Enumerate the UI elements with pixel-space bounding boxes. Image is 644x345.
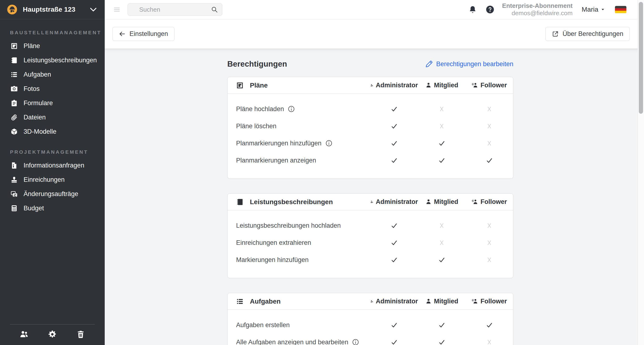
column-administrator: Administrator: [370, 82, 418, 89]
permission-label: Pläne hochladen: [236, 106, 284, 113]
check-icon: [438, 338, 446, 345]
sidebar-section-baustellenmanagement: BAUSTELLENMANAGEMENT: [10, 30, 105, 36]
permission-row-markierungen-hinzufugen: Markierungen hinzufügen: [228, 251, 513, 268]
x-icon: [486, 239, 493, 246]
subscription-info: Enterprise-Abonnement demos@fieldwire.co…: [502, 2, 572, 17]
column-administrator: Administrator: [370, 198, 418, 206]
admin-icon: [370, 298, 374, 304]
about-permissions-button[interactable]: Über Berechtigungen: [546, 27, 630, 41]
back-to-settings-button[interactable]: Einstellungen: [112, 27, 174, 41]
x-icon: [486, 256, 493, 263]
info-icon[interactable]: [325, 140, 332, 147]
permission-label: Markierungen hinzufügen: [236, 256, 309, 264]
sidebar-item-dateien[interactable]: Dateien: [0, 110, 105, 124]
sidebar-item-label: 3D-Modelle: [24, 128, 56, 136]
back-button-label: Einstellungen: [130, 30, 168, 38]
submittals-icon: [10, 176, 18, 184]
search-input[interactable]: [128, 3, 222, 16]
notifications-bell-icon[interactable]: [468, 5, 477, 14]
heading-row: Berechtigungen Berechtigungen bearbeiten: [227, 58, 513, 70]
project-selector[interactable]: Hauptstraße 123: [0, 0, 105, 19]
admin-icon: [370, 82, 374, 88]
member-icon: [425, 199, 432, 205]
sidebar-item-plane[interactable]: Pläne: [0, 39, 105, 53]
budget-icon: [10, 204, 18, 212]
column-follower: Follower: [466, 298, 513, 305]
info-icon[interactable]: [288, 106, 295, 112]
sidebar-item-label: Änderungsaufträge: [24, 190, 78, 198]
trash-icon[interactable]: [76, 330, 85, 339]
search-icon[interactable]: [211, 6, 218, 13]
sidebar-item-label: Fotos: [24, 85, 40, 92]
card-header: AufgabenAdministratorMitgliedFollower: [228, 293, 513, 310]
sidebar-item-informationsanfragen[interactable]: Informationsanfragen: [0, 158, 105, 172]
column-label: Follower: [480, 198, 507, 206]
sidebar-section-projektmanagement: PROJEKTMANAGEMENT: [10, 149, 105, 155]
gear-icon[interactable]: [48, 330, 57, 339]
sidebar-footer: [0, 324, 105, 345]
follower-icon: [472, 298, 478, 304]
chevron-down-icon: [89, 5, 98, 14]
sidebar-item-budget[interactable]: Budget: [0, 201, 105, 215]
x-icon: [438, 123, 445, 130]
specifications-icon: [10, 57, 18, 64]
page-scrollbar: [638, 0, 644, 345]
sidebar-item-label: Leistungsbeschreibungen: [24, 57, 97, 64]
permission-label: Planmarkierungen anzeigen: [236, 157, 316, 164]
check-icon: [390, 157, 398, 164]
sidebar-item-anderungsauftrage[interactable]: Änderungsaufträge: [0, 187, 105, 201]
hamburger-menu-icon[interactable]: [113, 6, 121, 13]
topbar: Enterprise-Abonnement demos@fieldwire.co…: [105, 0, 644, 19]
column-label: Administrator: [376, 298, 418, 305]
permission-label: Leistungsbeschreibungen hochladen: [236, 222, 341, 229]
edit-permissions-link[interactable]: Berechtigungen bearbeiten: [426, 60, 513, 68]
page-title: Berechtigungen: [227, 60, 287, 68]
user-menu[interactable]: Maria: [582, 6, 606, 13]
member-icon: [425, 82, 432, 88]
permission-row-planmarkierungen-anzeigen: Planmarkierungen anzeigen: [228, 152, 513, 169]
check-icon: [390, 338, 398, 345]
permission-cards: PläneAdministratorMitgliedFollowerPläne …: [227, 77, 513, 345]
scrollbar-thumb[interactable]: [639, 2, 643, 114]
card-title: Leistungsbeschreibungen: [250, 198, 333, 206]
people-icon[interactable]: [20, 330, 28, 339]
sidebar-item-label: Dateien: [24, 114, 46, 121]
check-icon: [486, 322, 493, 329]
check-icon: [438, 140, 446, 147]
sidebar-item-label: Informationsanfragen: [24, 162, 84, 169]
sidebar-item-3d-modelle[interactable]: 3D-Modelle: [0, 124, 105, 139]
sidebar-item-einreichungen[interactable]: Einreichungen: [0, 172, 105, 187]
sidebar-item-formulare[interactable]: Formulare: [0, 96, 105, 110]
column-label: Mitglied: [434, 198, 458, 206]
check-icon: [438, 256, 446, 264]
back-arrow-icon: [119, 30, 126, 37]
check-icon: [390, 322, 398, 329]
card-body: Pläne hochladenPläne löschenPlanmarkieru…: [228, 94, 513, 178]
3d-models-icon: [10, 128, 18, 136]
rfi-icon: [10, 162, 18, 169]
column-mitglied: Mitglied: [418, 198, 466, 206]
tasks-icon: [236, 298, 244, 305]
info-icon[interactable]: [352, 338, 359, 345]
x-icon: [486, 123, 493, 130]
files-icon: [10, 114, 18, 121]
card-header: PläneAdministratorMitgliedFollower: [228, 77, 513, 94]
sidebar-item-fotos[interactable]: Fotos: [0, 82, 105, 96]
follower-icon: [472, 82, 478, 88]
column-label: Mitglied: [434, 82, 458, 89]
sidebar-item-aufgaben[interactable]: Aufgaben: [0, 67, 105, 82]
caret-down-icon: [600, 7, 606, 12]
check-icon: [390, 122, 398, 130]
sidebar-nav: BAUSTELLENMANAGEMENTPläneLeistungsbeschr…: [0, 30, 105, 215]
column-label: Administrator: [376, 82, 418, 89]
about-button-label: Über Berechtigungen: [562, 30, 623, 38]
help-icon[interactable]: [486, 5, 494, 14]
card-body: Leistungsbeschreibungen hochladenEinreic…: [228, 210, 513, 278]
sidebar-item-leistungsbeschreibungen[interactable]: Leistungsbeschreibungen: [0, 53, 105, 67]
change-orders-icon: [10, 190, 18, 198]
check-icon: [390, 140, 398, 147]
language-flag-german[interactable]: [615, 6, 626, 13]
permission-label: Planmarkierungen hinzufügen: [236, 140, 322, 147]
permission-row-planmarkierungen-hinzufugen: Planmarkierungen hinzufügen: [228, 135, 513, 152]
subscription-plan: Enterprise-Abonnement: [502, 2, 572, 10]
